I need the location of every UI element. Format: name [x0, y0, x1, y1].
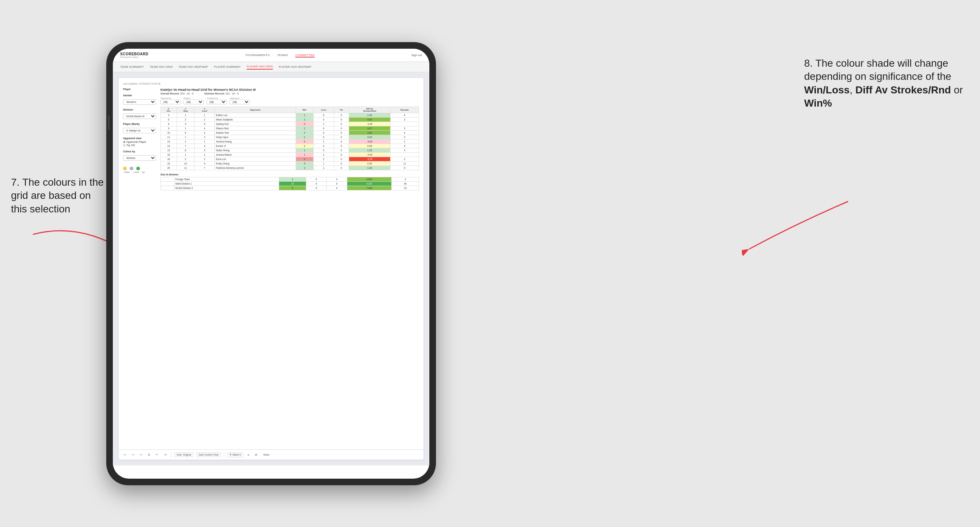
td-diff: 7.400: [347, 186, 391, 190]
tablet-side-button[interactable]: [108, 115, 110, 130]
toolbar-save-custom[interactable]: Save Custom View: [196, 452, 221, 457]
logo-text: SCOREBOARD: [120, 52, 148, 56]
td-opponent: Stella Cheng: [215, 148, 296, 153]
card: Last Updated: 27/03/2024 16:55:38 Player…: [119, 78, 423, 460]
td-diff: 4.00: [349, 131, 391, 135]
td-loss: 0: [306, 177, 327, 182]
td-reg: 11: [177, 166, 194, 170]
nav-link-teams[interactable]: TEAMS: [277, 53, 288, 57]
toolbar-paint[interactable]: ↶·: [154, 452, 160, 457]
sec-nav-player-h2h-heatmap[interactable]: PLAYER H2H HEATMAP: [279, 65, 312, 69]
filter-opponents: Opponents: (All): [161, 97, 181, 105]
td-reg: 1: [177, 135, 194, 140]
main-table: #Div #Reg #Conf Opponent Win Loss Tie Di…: [161, 106, 419, 170]
sec-nav-player-summary[interactable]: PLAYER SUMMARY: [214, 65, 241, 69]
grid-records: Overall Record: 353 - 34 - 6 Division Re…: [161, 92, 419, 95]
overall-record: Overall Record: 353 - 34 - 6: [161, 92, 193, 95]
toolbar-grid-icon[interactable]: ⊞: [253, 452, 259, 457]
th-diff: Diff AvStrokes/Rnd: [349, 107, 391, 113]
toolbar-sep-2: [224, 452, 224, 457]
gender-select[interactable]: Women's: [123, 99, 156, 105]
td-win: 1: [296, 126, 313, 131]
td-loss: 1: [313, 140, 334, 144]
filter-region: Region (All): [183, 97, 204, 105]
toolbar-refresh[interactable]: ⟳: [163, 452, 168, 457]
filter-region-select[interactable]: (All): [183, 100, 204, 105]
table-row: Foreign Team 1 0 0 4.500 2: [161, 177, 419, 182]
td-opponent: Esther Lee: [215, 113, 296, 117]
td-win: 0: [296, 140, 313, 144]
td-reg: 1: [177, 153, 194, 157]
td-loss: 1: [313, 166, 334, 170]
td-conf: 5: [194, 148, 215, 153]
table-row: 15 8 5 Stella Cheng 1 0 0 1.25 4: [161, 148, 419, 153]
td-diff: -3.00: [349, 140, 391, 144]
td-reg: 7: [177, 144, 194, 148]
sign-out[interactable]: Sign out: [411, 54, 422, 57]
sec-nav-team-summary[interactable]: TEAM SUMMARY: [120, 65, 144, 69]
toolbar-back[interactable]: ↩: [138, 452, 143, 457]
td-reg: 6: [177, 131, 194, 135]
td-opponent: Emily Chang: [215, 162, 296, 166]
th-loss: Loss: [313, 107, 334, 113]
sec-nav-team-h2h-grid[interactable]: TEAM H2H GRID: [150, 65, 173, 69]
arrow-right: [742, 194, 852, 267]
td-loss: 1: [313, 122, 334, 126]
td-rounds: 4: [390, 131, 419, 135]
toolbar-copy[interactable]: ⧉: [146, 452, 151, 457]
td-loss: 2: [313, 157, 334, 162]
td-conf: 1: [194, 140, 215, 144]
th-opponent: Opponent: [215, 107, 296, 113]
sec-nav-team-h2h-heatmap[interactable]: TEAM H2H HEATMAP: [178, 65, 208, 69]
toolbar-redo[interactable]: ↪: [130, 452, 135, 457]
sec-nav-player-h2h-grid[interactable]: PLAYER H2H GRID: [247, 64, 272, 70]
main-content: Last Updated: 27/03/2024 16:55:38 Player…: [113, 72, 430, 465]
td-diff: 4.00: [349, 117, 391, 122]
filter-opponents-select[interactable]: (All): [161, 100, 181, 105]
opponent-view-section: Opponent view Opponents Played Top 100: [123, 137, 156, 146]
legend-circle-up: [136, 167, 140, 170]
td-win: 15: [279, 182, 306, 186]
colour-by-select[interactable]: Win/loss: [123, 155, 156, 161]
radio-opponents-played[interactable]: Opponents Played: [123, 141, 156, 143]
radio-top-100[interactable]: Top 100: [123, 144, 156, 146]
division-section: Division NCAA Division III: [123, 108, 156, 119]
td-rounds: 3: [390, 126, 419, 131]
toolbar-undo[interactable]: ↩: [123, 452, 127, 457]
td-reg: 8: [177, 148, 194, 153]
toolbar-watch[interactable]: 👁 Watch ▾: [227, 452, 243, 457]
player-rank-label: Player (Rank): [123, 123, 156, 125]
main-table-body: 3 1 1 Esther Lee 1 0 0 1.50 4 5 2 2 Alex…: [161, 113, 419, 170]
td-diff: -0.94: [349, 153, 391, 157]
annotation-right: 8. The colour shade will change dependin…: [804, 57, 969, 110]
toolbar-share-icon[interactable]: ⧈: [246, 452, 251, 457]
td-div: 13: [161, 140, 177, 144]
legend-label-level: Level: [133, 171, 140, 173]
td-loss: 0: [313, 113, 334, 117]
division-select[interactable]: NCAA Division III: [123, 114, 156, 119]
td-div: 3: [161, 113, 177, 117]
logo-sub: Powered by clippd: [120, 56, 148, 58]
td-diff: 1.33: [349, 166, 391, 170]
player-rank-select[interactable]: 8. Katelyn Vo: [123, 128, 156, 133]
toolbar-view-original[interactable]: View: Original: [174, 452, 193, 457]
toolbar-share[interactable]: Share: [262, 452, 271, 457]
td-div: 15: [161, 148, 177, 153]
filters-row: Opponents: (All) Region (All) Conference…: [161, 97, 419, 105]
out-of-div-title: Out of division: [161, 173, 419, 176]
filter-conference-select[interactable]: (All): [207, 100, 227, 105]
td-tie: 0: [326, 177, 347, 182]
td-rounds: [390, 122, 419, 126]
td-tie: 0: [326, 182, 347, 186]
annotation-left: 7. The colours in the grid are based on …: [11, 176, 106, 216]
filter-opponent-select[interactable]: (All): [230, 100, 250, 105]
td-rounds: 9: [390, 144, 419, 148]
nav-link-committee[interactable]: COMMITTEE: [295, 53, 315, 57]
filter-conference-label: Conference: [207, 97, 227, 99]
nav-link-tournaments[interactable]: TOURNAMENTS: [245, 53, 270, 57]
td-tie: 0: [334, 122, 349, 126]
td-win: 1: [296, 153, 313, 157]
td-diff: 3.33: [349, 135, 391, 140]
td-tie: 0: [334, 162, 349, 166]
td-diff: 3.67: [349, 126, 391, 131]
